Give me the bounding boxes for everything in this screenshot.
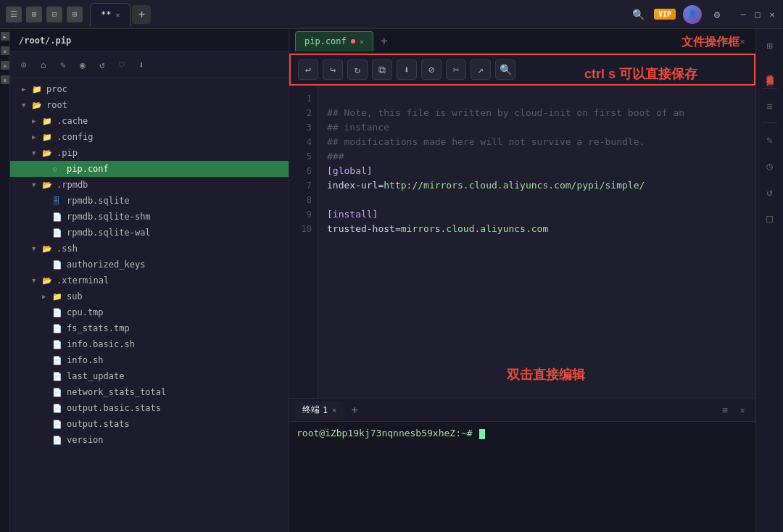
download-btn[interactable]: ⬇ — [397, 59, 417, 80]
tree-item-last-update[interactable]: 📄 last_update — [10, 368, 289, 384]
right-icon-history[interactable]: ◷ — [759, 155, 781, 177]
activity-item-2[interactable]: ≡ — [1, 46, 9, 55]
tree-item-cache[interactable]: ▶ 📁 .cache — [10, 113, 289, 129]
file-icon: 📄 — [52, 356, 64, 365]
tree-item-output-stats[interactable]: 📄 output.stats — [10, 416, 289, 432]
right-icon-refresh[interactable]: ↺ — [759, 181, 781, 203]
editor-content[interactable]: 1 2 3 4 5 6 7 8 9 10 ## Note, this file … — [289, 86, 755, 398]
right-icon-grid[interactable]: ⊞ — [759, 35, 781, 57]
sidebar-download-btn[interactable]: ⬇ — [133, 57, 149, 73]
file-icon: 📄 — [52, 372, 64, 381]
terminal-tab-1[interactable]: 终端 1 ✕ — [295, 401, 344, 420]
ban-btn[interactable]: ⊘ — [421, 59, 442, 80]
settings-icon[interactable]: ⚙ — [709, 7, 725, 22]
terminal-content[interactable]: root@iZbp19kj73nqnnesb59xheZ:~# — [289, 422, 755, 532]
grid-icon[interactable]: ⊞ — [67, 7, 83, 22]
file-icon: 📄 — [52, 404, 64, 413]
link-btn[interactable]: ↗ — [471, 59, 491, 80]
close-button[interactable]: ✕ — [767, 9, 777, 20]
tree-item-root[interactable]: ▼ 📂 root — [10, 97, 289, 113]
terminal-tab-number: 1 — [323, 405, 328, 415]
avatar[interactable]: 👤 — [683, 5, 702, 24]
far-right-panel: ⊞ 推荐插件 ≡ ✎ ◷ ↺ □ — [755, 29, 783, 532]
search-btn[interactable]: 🔍 — [495, 59, 515, 80]
tree-item-rpmdb-shm[interactable]: 📄 rpmdb.sqlite-shm — [10, 209, 289, 225]
terminal-tabs: 终端 1 ✕ + ⊞ ✕ — [289, 399, 755, 422]
code-content[interactable]: ## Note, this file is written by cloud-i… — [318, 86, 755, 398]
sidebar-edit-btn[interactable]: ✎ — [55, 57, 71, 73]
search-icon[interactable]: 🔍 — [631, 7, 647, 22]
tree-item-version[interactable]: 📄 version — [10, 432, 289, 448]
terminal-expand-icon[interactable]: ⊞ — [718, 403, 732, 417]
tree-item-rpmdb[interactable]: ▼ 📂 .rpmdb — [10, 177, 289, 193]
terminal-cursor — [479, 429, 485, 439]
tree-item-xterminal[interactable]: ▼ 📂 .xterminal — [10, 273, 289, 288]
tree-item-cpu-tmp[interactable]: 📄 cpu.tmp — [10, 304, 289, 320]
activity-item-3[interactable]: ◎ — [1, 61, 9, 70]
tree-item-rpmdb-wal[interactable]: 📄 rpmdb.sqlite-wal — [10, 225, 289, 241]
right-icon-edit[interactable]: ✎ — [759, 129, 781, 151]
tree-item-authorized-keys[interactable]: 📄 authorized_keys — [10, 257, 289, 273]
sidebar-home-btn[interactable]: ⌂ — [36, 57, 51, 73]
maximize-button[interactable]: □ — [753, 9, 763, 20]
file-icon: 📄 — [52, 228, 64, 238]
minimize-button[interactable]: — — [738, 9, 748, 20]
layout-icon[interactable]: ⊞ — [26, 7, 42, 22]
editor-tab-close-icon[interactable]: ✕ — [360, 38, 364, 46]
tree-item-output-basic-stats[interactable]: 📄 output.basic.stats — [10, 400, 289, 416]
file-icon: 📄 — [52, 260, 64, 270]
tab-main[interactable]: ** ✕ — [90, 3, 130, 26]
tree-item-proc[interactable]: ▶ 📁 proc — [10, 81, 289, 97]
sidebar-toolbar: ⊙ ⌂ ✎ ◉ ↺ ♡ ⬇ — [10, 52, 289, 78]
tree-item-config[interactable]: ▶ 📁 .config — [10, 129, 289, 145]
tree-item-pip[interactable]: ▼ 📂 .pip — [10, 145, 289, 161]
split-icon[interactable]: ⊟ — [46, 7, 62, 22]
tree-item-info-sh[interactable]: 📄 info.sh — [10, 352, 289, 368]
window-controls: — □ ✕ — [738, 9, 777, 20]
right-icon-square[interactable]: □ — [759, 207, 781, 229]
terminal-tab-close-icon[interactable]: ✕ — [332, 406, 336, 414]
redo-btn[interactable]: ↪ — [323, 59, 343, 80]
content-area: pip.conf ✕ + ⊞ ✕ 文件操作框 ↩ ↪ ↻ ⧉ ⬇ ⊘ ✂ — [289, 29, 755, 532]
tree-item-fs-stats-tmp[interactable]: 📄 fs_stats.tmp — [10, 320, 289, 336]
undo-btn[interactable]: ↩ — [298, 59, 318, 80]
tree-item-pipconf[interactable]: ⚙ pip.conf — [10, 161, 289, 177]
chevron-right-icon: ▶ — [32, 117, 42, 125]
activity-item-4[interactable]: ⊞ — [1, 75, 9, 84]
sidebar-refresh-btn[interactable]: ⊙ — [16, 57, 32, 73]
line-numbers: 1 2 3 4 5 6 7 8 9 10 — [289, 86, 318, 398]
folder-icon: 📂 — [42, 276, 54, 286]
tab-add-button[interactable]: + — [132, 5, 151, 24]
tab-close-icon[interactable]: ✕ — [115, 11, 120, 19]
sidebar-toggle-icon[interactable]: ☰ — [6, 7, 22, 22]
chevron-down-icon: ▼ — [32, 181, 42, 188]
copy-btn[interactable]: ⧉ — [372, 59, 392, 80]
sidebar-fav-btn[interactable]: ♡ — [114, 57, 130, 73]
editor-tab-add-button[interactable]: + — [376, 33, 392, 49]
tree-item-sub[interactable]: ▶ 📁 sub — [10, 288, 289, 304]
vip-badge[interactable]: VIP — [654, 9, 676, 20]
title-bar-left: ☰ ⊞ ⊟ ⊞ — [6, 7, 83, 22]
activity-item-1[interactable]: ▶ — [1, 32, 9, 41]
file-icon: 📄 — [52, 436, 64, 445]
tree-item-network-stats[interactable]: 📄 network_stats_total — [10, 384, 289, 400]
file-op-label: 文件操作框 — [682, 35, 740, 50]
terminal-close-icon[interactable]: ✕ — [735, 403, 750, 417]
cut-btn[interactable]: ✂ — [446, 59, 466, 80]
sidebar: /root/.pip ⊙ ⌂ ✎ ◉ ↺ ♡ ⬇ ▶ 📁 proc ▼ 📂 — [10, 29, 289, 532]
right-icon-list[interactable]: ≡ — [759, 95, 781, 117]
file-icon: 📄 — [52, 308, 64, 317]
file-icon: 📄 — [52, 212, 64, 222]
folder-icon: 📂 — [32, 101, 44, 110]
tree-item-rpmdb-sqlite[interactable]: 🗄 rpmdb.sqlite — [10, 193, 289, 209]
tree-item-info-basic-sh[interactable]: 📄 info.basic.sh — [10, 336, 289, 352]
tree-item-ssh[interactable]: ▼ 📂 .ssh — [10, 241, 289, 257]
sidebar-sync-btn[interactable]: ↺ — [94, 57, 110, 73]
chevron-right-icon: ▶ — [22, 86, 32, 93]
terminal-tab-add-button[interactable]: + — [347, 402, 362, 418]
editor-tab-pipconf[interactable]: pip.conf ✕ — [295, 31, 373, 51]
refresh-btn[interactable]: ↻ — [347, 59, 368, 80]
sidebar-view-btn[interactable]: ◉ — [75, 57, 91, 73]
file-icon: 📄 — [52, 324, 64, 333]
folder-icon: 📁 — [32, 85, 44, 94]
